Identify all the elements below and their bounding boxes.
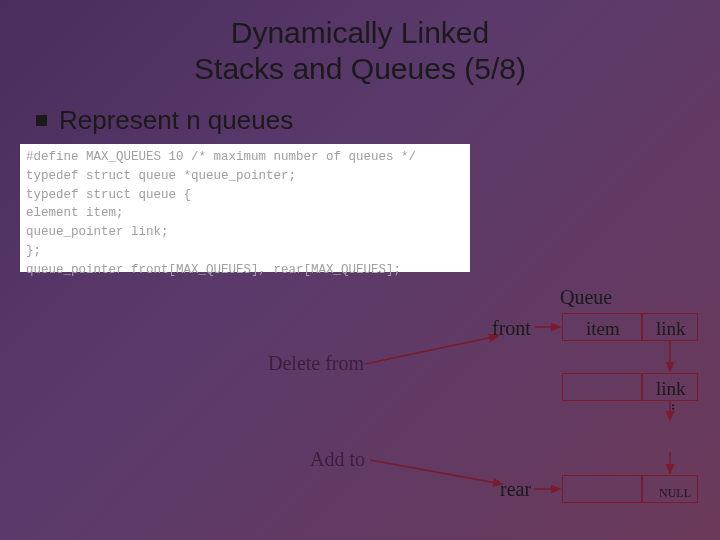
svg-line-5 [365, 336, 498, 364]
diagram-arrows [0, 0, 720, 540]
svg-line-6 [370, 460, 502, 484]
